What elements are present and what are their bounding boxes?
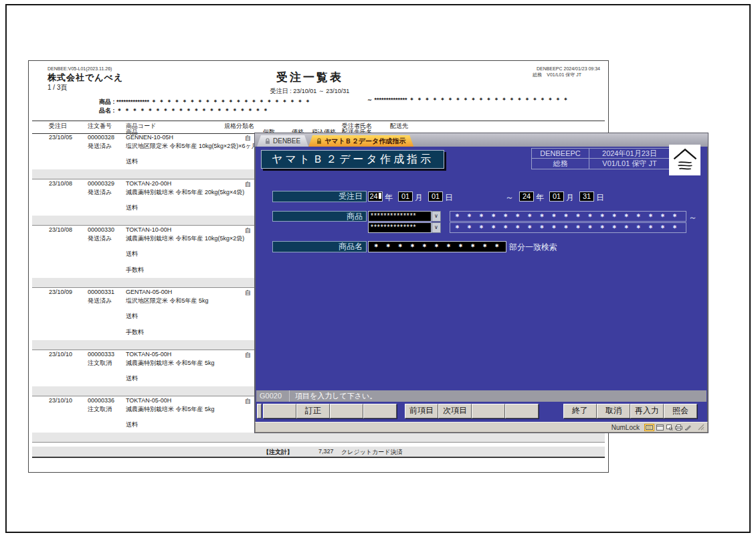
report-header-right-1: DENBEEPC 2024/01/23 09:34	[537, 66, 600, 71]
date-range-tilde: ～	[505, 191, 514, 204]
tab-denbee[interactable]: DENBEE	[257, 135, 308, 147]
report-company: 株式会社でんべえ	[48, 72, 123, 84]
order-date-to-month[interactable]: 01	[549, 191, 564, 202]
product-code-from-input[interactable]: **************	[368, 211, 432, 222]
printer-icon[interactable]	[675, 425, 682, 431]
tab-label: ヤマトＢ２データ作成指示	[324, 137, 405, 146]
message-code: G0020	[256, 390, 290, 402]
print-preview-icon[interactable]	[666, 425, 673, 431]
screen-title: ヤマトＢ２データ作成指示	[261, 150, 444, 169]
fkey-blank-1[interactable]	[263, 404, 296, 418]
product-name: 減農薬特別栽培米 令和5年産 10kg(5kg×2袋)	[126, 234, 244, 243]
order-date-to-day[interactable]: 31	[579, 191, 594, 202]
info-department: 総務	[532, 159, 589, 169]
order-date: 23/10/09	[49, 289, 72, 295]
fkey-blank-2[interactable]	[330, 404, 363, 418]
window-client-area: ヤマトＢ２データ作成指示 DENBEEPC 2024年01月23日 総務 V01…	[255, 147, 708, 422]
message-text: 項目を入力して下さい。	[290, 390, 377, 402]
info-date: 2024年01月23日	[589, 149, 670, 159]
fkey-end[interactable]: 終了	[563, 404, 597, 418]
denbee-house-logo	[669, 145, 700, 175]
fkey-reenter[interactable]: 再入力	[630, 404, 664, 418]
product-code: TOKTAN-10-00H	[126, 226, 171, 233]
report-filter-name: 品名 : ＊ ＊ ＊ ＊ ＊ ＊ ＊ ＊ ＊ ＊ ＊ ＊ ＊ ＊ ＊ ＊ ＊ ＊…	[99, 106, 269, 115]
order-date-from-day[interactable]: 01	[428, 191, 443, 202]
window-icon[interactable]	[656, 425, 664, 431]
order-no: 00000328	[88, 134, 114, 141]
tab-label: DENBEE	[273, 137, 300, 145]
product-range-tilde: ～	[688, 212, 697, 224]
order-status: 発送済み	[88, 188, 112, 197]
fkey-correct[interactable]: 訂正	[296, 404, 330, 418]
order-date: 23/10/08	[49, 226, 72, 233]
report-date-range: 受注日 : 23/10/01 ～ 23/10/31	[236, 87, 383, 96]
order-date-from-year[interactable]: 24	[368, 191, 383, 202]
col-date: 受注日	[49, 122, 67, 131]
order-status: 発送済み	[88, 234, 112, 243]
order-date-label: 受注日	[272, 191, 367, 202]
product-code: GENNEN-10-05H	[126, 134, 173, 141]
unit-year: 年	[385, 192, 393, 204]
product-to-dropdown-button[interactable]: ∨	[432, 222, 441, 233]
order-date-from-month[interactable]: 01	[398, 191, 413, 202]
fkey-strip	[257, 404, 262, 418]
window-status-strip: NumLock	[255, 422, 708, 433]
product-name: 減農薬特別栽培米 令和5年産 5kg	[126, 359, 215, 368]
report-page-number: 1 / 3頁	[48, 83, 67, 92]
fkey-blank-4[interactable]	[472, 404, 505, 418]
report-table-header: 受注日 注文番号 商品コード 規格分類名 受注者氏名 配送先 商品 個数 価格 …	[32, 121, 605, 134]
function-key-bar: 訂正 前項目 次項目 終了 取消 再入力 照会	[257, 404, 706, 418]
subtotal-band	[32, 433, 605, 442]
product-name-search-input[interactable]: ＊ ＊ ＊ ＊ ＊ ＊ ＊ ＊ ＊ ＊ ＊ ＊ ＊ ＊ ＊ ＊ ＊ ＊	[368, 241, 506, 252]
info-version: V01/L01 保守 JT	[589, 159, 670, 169]
report-header-right-2: 総務 V01/L01 保守 JT	[533, 72, 581, 78]
order-status: 注文取消	[88, 359, 112, 368]
info-pc-name: DENBEEPC	[532, 149, 589, 159]
pen-icon[interactable]	[684, 425, 692, 431]
product-code: TOKTAN-05-00H	[126, 351, 171, 358]
order-no: 00000330	[88, 226, 114, 233]
keyboard-icon[interactable]	[644, 424, 654, 431]
fkey-blank-5[interactable]	[505, 404, 539, 418]
order-no: 00000331	[88, 289, 114, 295]
report-version: DENBEE:V05-L01(2023.11.26)	[48, 66, 112, 71]
fkey-cancel[interactable]: 取消	[597, 404, 630, 418]
message-bar: G0020 項目を入力して下さい。	[256, 390, 706, 402]
product-from-dropdown-button[interactable]: ∨	[432, 211, 441, 222]
product-name: 塩沢地区限定米 令和5年産 10kg(5kg×2袋)×6ヶ月【年間	[126, 142, 276, 151]
unit-month: 月	[566, 192, 574, 204]
total-note: クレジットカード決済	[341, 448, 402, 457]
order-date: 23/10/08	[49, 180, 72, 187]
unit-day: 日	[596, 192, 604, 204]
resize-grip[interactable]	[698, 424, 704, 431]
product-name-to-field[interactable]: ＊ ＊ ＊ ＊ ＊ ＊ ＊ ＊ ＊ ＊ ＊ ＊ ＊ ＊ ＊ ＊ ＊ ＊ ＊ ＊ …	[450, 222, 686, 233]
order-no: 00000333	[88, 351, 114, 358]
order-date-to-year[interactable]: 24	[519, 191, 534, 202]
order-date: 23/10/10	[49, 397, 72, 404]
order-status: 発送済み	[88, 142, 112, 151]
fkey-prev-item[interactable]: 前項目	[405, 404, 438, 418]
product-code: TOKTAN-20-00H	[126, 180, 171, 187]
unit-day: 日	[445, 192, 453, 204]
numlock-indicator: NumLock	[611, 424, 640, 431]
fkey-inquiry[interactable]: 照会	[664, 404, 697, 418]
lock-icon	[316, 138, 322, 145]
fkey-blank-3[interactable]	[363, 404, 397, 418]
tab-yamato-b2[interactable]: ヤマトＢ２データ作成指示	[308, 135, 413, 147]
lock-icon	[265, 138, 270, 145]
product-code-to-input[interactable]: **************	[368, 222, 432, 233]
report-filter-product-to: ～ ************** ＊ ＊ ＊ ＊ ＊ ＊ ＊ ＊ ＊ ＊ ＊ ＊…	[367, 96, 569, 104]
fkey-next-item[interactable]: 次項目	[438, 404, 472, 418]
product-label: 商品	[272, 211, 367, 222]
product-code: TOKTAN-05-00H	[126, 397, 171, 404]
house-roof-icon	[672, 147, 698, 173]
screen-frame: DENBEE:V05-L01(2023.11.26) 株式会社でんべえ 1 / …	[5, 4, 751, 533]
product-name: 減農薬特別栽培米 令和5年産 5kg	[126, 405, 215, 414]
col-spec: 規格分類名	[224, 122, 254, 131]
product-name-label: 商品名	[272, 241, 367, 252]
product-name-from-field[interactable]: ＊ ＊ ＊ ＊ ＊ ＊ ＊ ＊ ＊ ＊ ＊ ＊ ＊ ＊ ＊ ＊ ＊ ＊ ＊ ＊ …	[450, 211, 686, 222]
report-title: 受注一覧表	[250, 70, 370, 85]
product-name: 塩沢地区限定米 令和5年産 5kg	[126, 297, 209, 305]
status-icon-tray	[644, 424, 692, 431]
order-status: 発送済み	[88, 297, 112, 305]
